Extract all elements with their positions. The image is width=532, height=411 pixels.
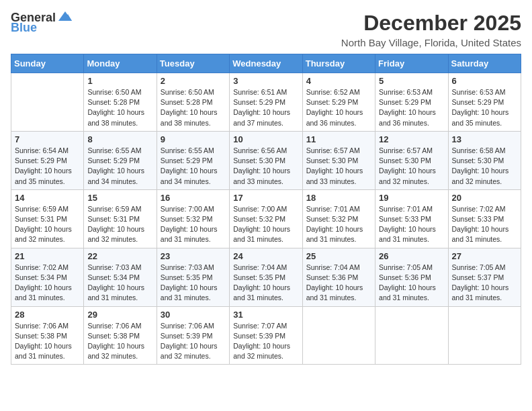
day-number: 8 [87, 134, 152, 144]
day-info: Sunrise: 7:02 AMSunset: 5:34 PMDaylight:… [15, 263, 80, 304]
day-info: Sunrise: 6:50 AMSunset: 5:28 PMDaylight:… [161, 87, 226, 128]
weekday-header-monday: Monday [84, 54, 157, 73]
calendar-cell [448, 306, 521, 365]
calendar-cell: 28Sunrise: 7:06 AMSunset: 5:38 PMDayligh… [11, 306, 84, 365]
day-number: 30 [161, 310, 226, 320]
day-number: 26 [379, 251, 444, 261]
calendar-cell: 14Sunrise: 6:59 AMSunset: 5:31 PMDayligh… [11, 189, 84, 248]
day-info: Sunrise: 6:50 AMSunset: 5:28 PMDaylight:… [87, 87, 152, 128]
day-info: Sunrise: 7:03 AMSunset: 5:35 PMDaylight:… [161, 263, 226, 304]
calendar-cell: 10Sunrise: 6:56 AMSunset: 5:30 PMDayligh… [230, 131, 302, 189]
day-info: Sunrise: 7:06 AMSunset: 5:38 PMDaylight:… [15, 321, 80, 362]
day-number: 2 [161, 76, 226, 86]
logo-icon [57, 9, 73, 25]
day-number: 18 [306, 193, 371, 203]
calendar-cell: 21Sunrise: 7:02 AMSunset: 5:34 PMDayligh… [11, 248, 84, 306]
calendar-cell: 13Sunrise: 6:58 AMSunset: 5:30 PMDayligh… [448, 131, 521, 189]
month-title: December 2025 [341, 11, 521, 36]
day-number: 9 [161, 134, 226, 144]
weekday-header-thursday: Thursday [302, 54, 375, 73]
calendar-cell: 20Sunrise: 7:02 AMSunset: 5:33 PMDayligh… [448, 189, 521, 248]
week-row-5: 28Sunrise: 7:06 AMSunset: 5:38 PMDayligh… [11, 306, 521, 365]
day-number: 13 [452, 134, 517, 144]
day-number: 27 [452, 251, 517, 261]
calendar-cell [11, 73, 84, 132]
calendar-cell: 4Sunrise: 6:52 AMSunset: 5:29 PMDaylight… [302, 73, 375, 132]
day-info: Sunrise: 6:58 AMSunset: 5:30 PMDaylight:… [452, 146, 517, 187]
day-info: Sunrise: 6:51 AMSunset: 5:29 PMDaylight:… [233, 87, 298, 128]
title-block: December 2025 North Bay Village, Florida… [341, 11, 521, 48]
day-info: Sunrise: 6:53 AMSunset: 5:29 PMDaylight:… [379, 87, 444, 128]
day-info: Sunrise: 6:54 AMSunset: 5:29 PMDaylight:… [15, 146, 80, 187]
day-number: 17 [233, 193, 298, 203]
weekday-header-saturday: Saturday [448, 54, 521, 73]
page-header: General Blue December 2025 North Bay Vil… [11, 11, 521, 48]
day-info: Sunrise: 7:01 AMSunset: 5:32 PMDaylight:… [306, 204, 371, 245]
weekday-header-friday: Friday [375, 54, 448, 73]
day-number: 5 [379, 76, 444, 86]
calendar-cell: 19Sunrise: 7:01 AMSunset: 5:33 PMDayligh… [375, 189, 448, 248]
day-info: Sunrise: 6:57 AMSunset: 5:30 PMDaylight:… [306, 146, 371, 187]
day-number: 25 [306, 251, 371, 261]
calendar-cell: 12Sunrise: 6:57 AMSunset: 5:30 PMDayligh… [375, 131, 448, 189]
calendar-cell: 25Sunrise: 7:04 AMSunset: 5:36 PMDayligh… [302, 248, 375, 306]
week-row-3: 14Sunrise: 6:59 AMSunset: 5:31 PMDayligh… [11, 189, 521, 248]
location-title: North Bay Village, Florida, United State… [341, 37, 521, 48]
calendar-cell: 27Sunrise: 7:05 AMSunset: 5:37 PMDayligh… [448, 248, 521, 306]
day-info: Sunrise: 7:05 AMSunset: 5:36 PMDaylight:… [379, 263, 444, 304]
day-number: 21 [15, 251, 80, 261]
day-number: 11 [306, 134, 371, 144]
day-number: 31 [233, 310, 298, 320]
day-info: Sunrise: 7:05 AMSunset: 5:37 PMDaylight:… [452, 263, 517, 304]
calendar-cell: 24Sunrise: 7:04 AMSunset: 5:35 PMDayligh… [230, 248, 302, 306]
day-info: Sunrise: 7:04 AMSunset: 5:36 PMDaylight:… [306, 263, 371, 304]
day-info: Sunrise: 7:01 AMSunset: 5:33 PMDaylight:… [379, 204, 444, 245]
day-info: Sunrise: 7:03 AMSunset: 5:34 PMDaylight:… [87, 263, 152, 304]
day-number: 6 [452, 76, 517, 86]
day-number: 15 [87, 193, 152, 203]
calendar-cell: 18Sunrise: 7:01 AMSunset: 5:32 PMDayligh… [302, 189, 375, 248]
day-number: 28 [15, 310, 80, 320]
day-info: Sunrise: 6:59 AMSunset: 5:31 PMDaylight:… [87, 204, 152, 245]
calendar-cell: 23Sunrise: 7:03 AMSunset: 5:35 PMDayligh… [157, 248, 229, 306]
calendar-cell: 29Sunrise: 7:06 AMSunset: 5:38 PMDayligh… [84, 306, 157, 365]
day-info: Sunrise: 6:55 AMSunset: 5:29 PMDaylight:… [87, 146, 152, 187]
calendar-cell: 7Sunrise: 6:54 AMSunset: 5:29 PMDaylight… [11, 131, 84, 189]
day-number: 10 [233, 134, 298, 144]
day-info: Sunrise: 6:52 AMSunset: 5:29 PMDaylight:… [306, 87, 371, 128]
day-number: 16 [161, 193, 226, 203]
calendar-cell: 30Sunrise: 7:06 AMSunset: 5:39 PMDayligh… [157, 306, 229, 365]
day-info: Sunrise: 7:02 AMSunset: 5:33 PMDaylight:… [452, 204, 517, 245]
day-number: 29 [87, 310, 152, 320]
logo-blue: Blue [11, 21, 37, 35]
day-number: 4 [306, 76, 371, 86]
calendar-cell: 17Sunrise: 7:00 AMSunset: 5:32 PMDayligh… [230, 189, 302, 248]
calendar-cell [302, 306, 375, 365]
calendar-cell: 31Sunrise: 7:07 AMSunset: 5:39 PMDayligh… [230, 306, 302, 365]
weekday-header-row: SundayMondayTuesdayWednesdayThursdayFrid… [11, 54, 521, 73]
day-info: Sunrise: 6:57 AMSunset: 5:30 PMDaylight:… [379, 146, 444, 187]
day-number: 22 [87, 251, 152, 261]
week-row-2: 7Sunrise: 6:54 AMSunset: 5:29 PMDaylight… [11, 131, 521, 189]
day-info: Sunrise: 7:00 AMSunset: 5:32 PMDaylight:… [161, 204, 226, 245]
day-number: 20 [452, 193, 517, 203]
calendar-cell: 22Sunrise: 7:03 AMSunset: 5:34 PMDayligh… [84, 248, 157, 306]
day-number: 7 [15, 134, 80, 144]
day-info: Sunrise: 7:04 AMSunset: 5:35 PMDaylight:… [233, 263, 298, 304]
week-row-1: 1Sunrise: 6:50 AMSunset: 5:28 PMDaylight… [11, 73, 521, 132]
weekday-header-wednesday: Wednesday [230, 54, 302, 73]
day-info: Sunrise: 6:55 AMSunset: 5:29 PMDaylight:… [161, 146, 226, 187]
weekday-header-tuesday: Tuesday [157, 54, 229, 73]
calendar-cell: 15Sunrise: 6:59 AMSunset: 5:31 PMDayligh… [84, 189, 157, 248]
calendar-cell: 3Sunrise: 6:51 AMSunset: 5:29 PMDaylight… [230, 73, 302, 132]
weekday-header-sunday: Sunday [11, 54, 84, 73]
day-info: Sunrise: 6:53 AMSunset: 5:29 PMDaylight:… [452, 87, 517, 128]
calendar-cell: 6Sunrise: 6:53 AMSunset: 5:29 PMDaylight… [448, 73, 521, 132]
day-info: Sunrise: 7:00 AMSunset: 5:32 PMDaylight:… [233, 204, 298, 245]
calendar-cell: 9Sunrise: 6:55 AMSunset: 5:29 PMDaylight… [157, 131, 229, 189]
day-info: Sunrise: 7:06 AMSunset: 5:38 PMDaylight:… [87, 321, 152, 362]
day-info: Sunrise: 7:07 AMSunset: 5:39 PMDaylight:… [233, 321, 298, 362]
week-row-4: 21Sunrise: 7:02 AMSunset: 5:34 PMDayligh… [11, 248, 521, 306]
day-info: Sunrise: 6:59 AMSunset: 5:31 PMDaylight:… [15, 204, 80, 245]
calendar-table: SundayMondayTuesdayWednesdayThursdayFrid… [11, 54, 521, 365]
